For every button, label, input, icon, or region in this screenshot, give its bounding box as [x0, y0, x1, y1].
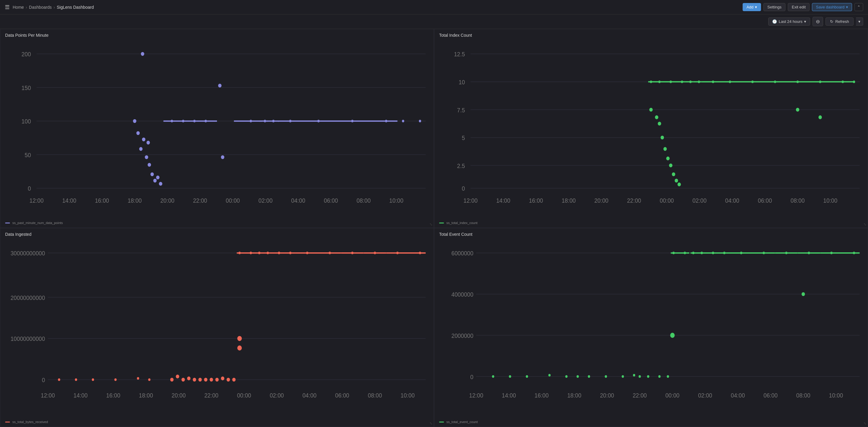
svg-point-165	[58, 379, 60, 381]
resize-handle-top-left[interactable]: ⤡	[430, 222, 433, 226]
panel-footer-event-count: ss_total_event_count	[434, 419, 868, 427]
legend-label-event-count: ss_total_event_count	[446, 420, 478, 424]
add-button[interactable]: Add ▾	[743, 3, 761, 11]
svg-text:06:00: 06:00	[324, 197, 338, 204]
svg-point-198	[588, 375, 590, 377]
svg-point-218	[701, 252, 703, 254]
panel-footer-data-ingested: ss_total_bytes_received	[0, 419, 434, 427]
svg-text:04:00: 04:00	[731, 392, 745, 399]
svg-text:06:00: 06:00	[335, 392, 349, 399]
svg-point-105	[797, 80, 799, 83]
svg-point-143	[237, 346, 242, 351]
collapse-button[interactable]: ⌃	[855, 3, 863, 11]
svg-text:02:00: 02:00	[698, 392, 712, 399]
svg-point-31	[153, 178, 157, 183]
svg-point-219	[712, 252, 714, 254]
save-chevron-icon: ▾	[846, 5, 848, 9]
svg-point-167	[92, 379, 94, 381]
svg-point-47	[250, 120, 252, 122]
save-dashboard-button[interactable]: Save dashboard ▾	[812, 3, 852, 11]
svg-text:22:00: 22:00	[204, 392, 218, 399]
legend-label-index-count: ss_total_index_count	[446, 221, 477, 225]
svg-point-84	[663, 147, 667, 151]
svg-point-106	[819, 80, 821, 83]
svg-point-23	[133, 119, 136, 123]
svg-point-222	[763, 252, 765, 254]
svg-point-169	[137, 377, 139, 380]
resize-handle-top-right[interactable]: ⤡	[864, 222, 867, 226]
svg-point-199	[605, 375, 607, 377]
svg-point-83	[661, 135, 664, 139]
svg-point-36	[218, 84, 221, 88]
svg-text:02:00: 02:00	[692, 197, 707, 204]
svg-text:00:00: 00:00	[660, 197, 674, 204]
svg-point-155	[258, 252, 260, 254]
svg-point-51	[317, 120, 319, 122]
svg-text:08:00: 08:00	[356, 197, 371, 204]
chart-area-event-count: 6000000 4000000 2000000 0 12:00 14:00 16…	[434, 238, 868, 419]
chart-area-index-count: 12.5 10 7.5 5 2.5 0 12:00 14:00 16:00 18…	[434, 39, 868, 220]
svg-point-197	[577, 375, 579, 377]
panel-data-points-per-minute: Data Points Per Minute 200 150 100 50 0 …	[0, 29, 434, 228]
svg-point-160	[329, 252, 331, 254]
svg-text:16:00: 16:00	[535, 392, 549, 399]
settings-button[interactable]: Settings	[764, 3, 785, 11]
refresh-button[interactable]: ↻ Refresh	[826, 18, 854, 26]
chart-svg-data-ingested: 30000000000 20000000000 10000000000 0 12…	[3, 240, 431, 418]
time-range-label: Last 24 hours	[779, 19, 803, 24]
header-left: ☰ Home › Dashboards › SigLens Dashboard	[5, 4, 94, 10]
svg-text:22:00: 22:00	[632, 392, 647, 399]
legend-color-event-count	[439, 422, 444, 423]
svg-point-204	[658, 375, 660, 377]
svg-text:10:00: 10:00	[390, 197, 404, 204]
time-range-button[interactable]: 🕐 Last 24 hours ▾	[768, 18, 810, 26]
resize-handle-bottom-left[interactable]: ⤡	[430, 421, 433, 426]
zoom-out-button[interactable]: ⊖	[812, 17, 823, 26]
header-right: Add ▾ Settings Exit edit Save dashboard …	[743, 3, 863, 11]
refresh-caret-button[interactable]: ▾	[856, 18, 863, 26]
breadcrumb-dashboards[interactable]: Dashboards	[29, 5, 52, 10]
svg-text:04:00: 04:00	[302, 392, 316, 399]
svg-point-132	[176, 374, 179, 379]
svg-point-96	[658, 80, 660, 83]
svg-text:200: 200	[22, 51, 31, 58]
svg-text:00:00: 00:00	[665, 392, 680, 399]
breadcrumb-current: SigLens Dashboard	[57, 5, 94, 10]
svg-point-157	[278, 252, 280, 254]
panel-title-data-points: Data Points Per Minute	[0, 29, 434, 39]
svg-text:12:00: 12:00	[30, 197, 44, 204]
panel-title-index-count: Total Index Count	[434, 29, 868, 39]
svg-point-95	[650, 80, 652, 83]
svg-point-201	[633, 374, 635, 376]
hamburger-icon[interactable]: ☰	[5, 4, 10, 10]
exit-edit-button[interactable]: Exit edit	[788, 3, 809, 11]
svg-point-223	[785, 252, 787, 254]
svg-point-142	[232, 377, 236, 382]
resize-handle-bottom-right[interactable]: ⤡	[864, 421, 867, 426]
svg-point-54	[402, 120, 404, 122]
refresh-icon: ↻	[830, 19, 833, 24]
svg-point-225	[830, 252, 832, 254]
svg-point-135	[193, 377, 196, 382]
svg-point-27	[139, 147, 143, 151]
svg-text:12:00: 12:00	[464, 197, 478, 204]
svg-point-107	[841, 80, 844, 83]
svg-text:10:00: 10:00	[824, 197, 838, 204]
svg-text:50: 50	[25, 152, 31, 158]
svg-text:20:00: 20:00	[160, 197, 175, 204]
svg-point-216	[684, 252, 686, 254]
svg-point-158	[289, 252, 291, 254]
svg-point-131	[170, 377, 174, 382]
svg-point-81	[655, 115, 658, 119]
svg-text:04:00: 04:00	[725, 197, 739, 204]
svg-text:18:00: 18:00	[567, 392, 581, 399]
svg-text:5: 5	[462, 134, 465, 141]
legend-color-index-count	[439, 223, 444, 224]
breadcrumb-home[interactable]: Home	[13, 5, 24, 10]
svg-point-85	[666, 157, 670, 161]
svg-text:12:00: 12:00	[469, 392, 484, 399]
svg-text:0: 0	[462, 185, 465, 192]
svg-text:16:00: 16:00	[95, 197, 109, 204]
clock-icon: 🕐	[772, 19, 777, 24]
time-range-chevron-icon: ▾	[804, 19, 806, 24]
